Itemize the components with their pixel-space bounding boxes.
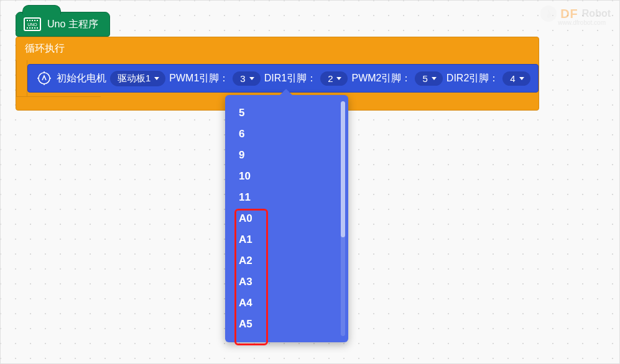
motor-init-label: 初始化电机 xyxy=(57,72,106,85)
chevron-down-icon xyxy=(432,77,437,80)
dir2-dropdown[interactable]: 4 xyxy=(502,71,530,86)
hat-block-uno-main[interactable]: UNO Uno 主程序 xyxy=(16,12,110,37)
dir2-label: DIR2引脚： xyxy=(446,72,499,85)
driver-value: 驱动板1 xyxy=(118,73,150,84)
flame-icon xyxy=(540,6,557,22)
chevron-down-icon xyxy=(249,77,254,80)
dir1-label: DIR1引脚： xyxy=(264,72,317,85)
pin-option[interactable]: A2 xyxy=(225,250,348,271)
pin-option[interactable]: A0 xyxy=(225,208,348,229)
driver-dropdown[interactable]: 驱动板1 xyxy=(110,71,165,86)
dir1-value: 2 xyxy=(328,73,333,84)
pwm2-value: 5 xyxy=(422,73,427,84)
motor-icon xyxy=(35,70,53,87)
pwm1-label: PWM1引脚： xyxy=(169,72,229,85)
chevron-down-icon xyxy=(154,77,159,80)
loop-label: 循环执行 xyxy=(16,37,539,60)
pin-option[interactable]: A1 xyxy=(225,229,348,250)
pwm2-dropdown[interactable]: 5 xyxy=(415,71,442,86)
pin-dropdown-menu[interactable]: 5691011A0A1A2A3A4A5 xyxy=(225,95,348,342)
loop-arm xyxy=(16,60,27,96)
hat-title: Uno 主程序 xyxy=(47,18,98,31)
uno-chip-label: UNO xyxy=(27,22,37,27)
pin-option[interactable]: A5 xyxy=(225,314,348,335)
dropdown-scroll-thumb[interactable] xyxy=(341,101,345,237)
chevron-down-icon xyxy=(519,77,524,80)
uno-chip-icon: UNO xyxy=(24,17,41,31)
chevron-down-icon xyxy=(336,77,341,80)
loop-bottom xyxy=(16,96,101,110)
dir2-value: 4 xyxy=(510,73,515,84)
dropdown-scrollbar[interactable] xyxy=(341,101,345,336)
pwm1-dropdown[interactable]: 3 xyxy=(233,71,260,86)
pin-option[interactable]: A3 xyxy=(225,271,348,293)
pwm1-value: 3 xyxy=(240,73,245,84)
pwm2-label: PWM2引脚： xyxy=(351,72,411,85)
watermark-url: www.dfrobot.com xyxy=(558,19,606,26)
pin-option[interactable]: 10 xyxy=(225,166,348,187)
pin-option[interactable]: 6 xyxy=(225,124,348,145)
pin-option[interactable]: 5 xyxy=(225,102,348,124)
pin-option[interactable]: A4 xyxy=(225,293,348,314)
pin-option[interactable]: 9 xyxy=(225,145,348,166)
dir1-dropdown[interactable]: 2 xyxy=(320,71,348,86)
svg-point-0 xyxy=(39,73,50,84)
watermark-suffix: Robot xyxy=(582,8,611,19)
pin-option[interactable]: 11 xyxy=(225,187,348,208)
